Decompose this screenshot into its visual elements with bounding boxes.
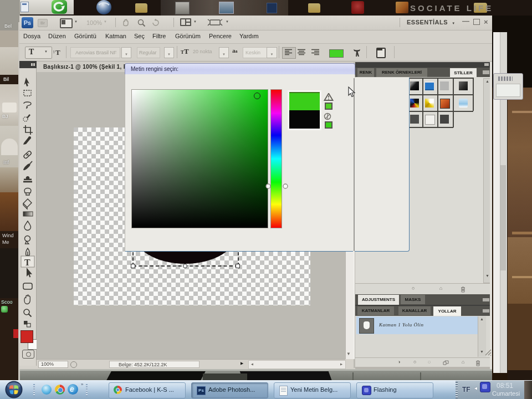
svg-text:T: T bbox=[24, 258, 30, 267]
